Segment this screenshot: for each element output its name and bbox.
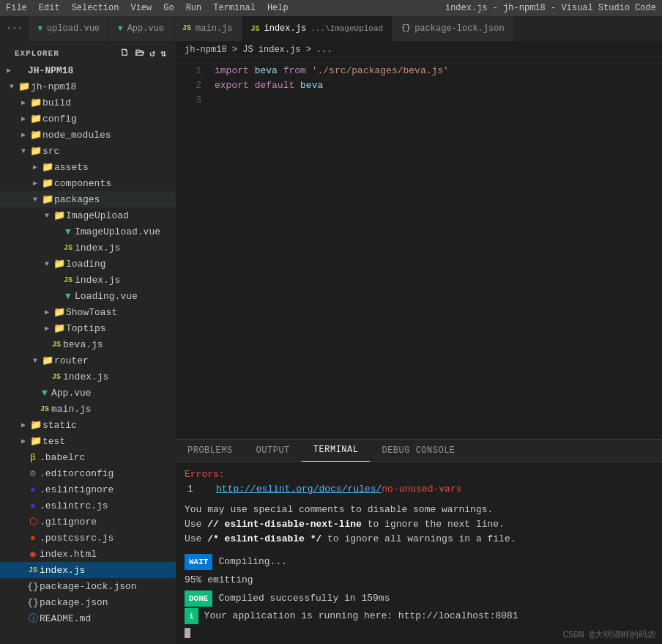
done-badge: DONE: [185, 591, 212, 607]
panel-tab-problems[interactable]: PROBLEMS: [176, 440, 245, 462]
menu-view[interactable]: View: [130, 3, 152, 13]
folder-icon: 📁: [29, 419, 42, 431]
sidebar-item-eslintignore[interactable]: ● .eslintignore: [0, 481, 176, 497]
menu-go[interactable]: Go: [163, 3, 174, 13]
folder-icon: 📁: [53, 322, 66, 334]
js-icon: JS: [38, 405, 51, 413]
item-label: index.js: [40, 565, 176, 576]
sidebar-tree: ▶ JH-NPM18 ▼ 📁 jh-npm18 ▶ 📁 build ▶ 📁 co…: [0, 62, 176, 644]
sidebar-item-beva-js[interactable]: JS beva.js: [0, 336, 176, 352]
sidebar-item-loading-vue[interactable]: ▼ Loading.vue: [0, 288, 176, 304]
menu-help[interactable]: Help: [267, 3, 289, 13]
sidebar-item-postcss[interactable]: ● .postcssrc.js: [0, 530, 176, 546]
sidebar-item-editorconfig[interactable]: ⚙ .editorconfig: [0, 465, 176, 481]
sidebar-item-main-js[interactable]: JS main.js: [0, 401, 176, 417]
item-label: components: [54, 178, 176, 189]
sidebar-item-app-vue[interactable]: ▼ App.vue: [0, 385, 176, 401]
line-num: 2: [176, 78, 201, 93]
folder-icon: 📁: [29, 113, 42, 125]
sidebar-item-package-lock[interactable]: {} package-lock.json: [0, 578, 176, 594]
tab-main-js[interactable]: JS main.js: [174, 16, 242, 41]
menu-run[interactable]: Run: [186, 3, 202, 13]
item-label: loading: [66, 259, 176, 270]
sidebar-item-loading-index[interactable]: JS index.js: [0, 272, 176, 288]
panel-tab-debug[interactable]: DEBUG CONSOLE: [370, 440, 466, 462]
new-folder-icon[interactable]: 🗁: [135, 48, 145, 59]
tab-extra: ...\ImageUpload: [310, 24, 383, 33]
collapse-icon[interactable]: ⇅: [160, 48, 167, 59]
sidebar-item-babelrc[interactable]: β .babelrc: [0, 449, 176, 465]
terminal-done-line: DONE Compiled successfully in 159ms: [185, 591, 653, 607]
item-label: build: [42, 97, 176, 108]
terminal-percent-line: 95% emitting: [185, 573, 653, 588]
tab-package-lock[interactable]: {} package-lock.json: [393, 16, 513, 41]
msg-text: You may use special comments to disable …: [185, 504, 493, 515]
sidebar-item-jh-npm18[interactable]: ▼ 📁 jh-npm18: [0, 78, 176, 95]
sidebar-item-imageupload[interactable]: ▼ 📁 ImageUpload: [0, 207, 176, 223]
breadcrumb-text: jh-npm18 > JS index.js > ...: [185, 45, 332, 55]
sidebar-item-imageupload-index[interactable]: JS index.js: [0, 240, 176, 256]
editor-content[interactable]: 1 2 3 import beva from './src/packages/b…: [176, 58, 662, 439]
sidebar-item-gitignore[interactable]: ⬡ .gitignore: [0, 514, 176, 530]
sidebar-item-node-modules[interactable]: ▶ 📁 node_modules: [0, 127, 176, 143]
sidebar-item-showtoast[interactable]: ▶ 📁 ShowToast: [0, 304, 176, 320]
sidebar-item-router[interactable]: ▼ 📁 router: [0, 352, 176, 369]
line-numbers: 1 2 3: [176, 58, 209, 439]
main-layout: EXPLORER 🗋 🗁 ↺ ⇅ ▶ JH-NPM18 ▼ 📁 jh-npm18: [0, 42, 662, 644]
arrow-icon: ▶: [41, 308, 53, 317]
new-file-icon[interactable]: 🗋: [120, 48, 130, 59]
vue-icon: ▼: [38, 388, 51, 399]
tab-label: main.js: [196, 23, 232, 34]
menu-bar[interactable]: File Edit Selection View Go Run Terminal…: [6, 3, 289, 13]
terminal-content[interactable]: Errors: 1 http://eslint.org/docs/rules/n…: [176, 462, 662, 644]
folder-icon: 📁: [29, 435, 42, 447]
menu-selection[interactable]: Selection: [72, 3, 119, 13]
sidebar-item-assets[interactable]: ▶ 📁 assets: [0, 159, 176, 175]
code-editor[interactable]: import beva from './src/packages/beva.js…: [209, 58, 662, 439]
sidebar-item-router-index[interactable]: JS index.js: [0, 369, 176, 385]
folder-icon: 📁: [41, 177, 54, 189]
tab-app-vue[interactable]: ▼ App.vue: [109, 16, 174, 41]
sidebar-item-loading[interactable]: ▼ 📁 loading: [0, 256, 176, 272]
item-label: .postcssrc.js: [40, 533, 176, 544]
tabs-overflow[interactable]: ···: [0, 16, 29, 41]
terminal-msg1: You may use special comments to disable …: [185, 503, 653, 517]
folder-icon: 📁: [18, 81, 31, 92]
sidebar-item-root[interactable]: ▶ JH-NPM18: [0, 62, 176, 78]
menu-terminal[interactable]: Terminal: [213, 3, 256, 13]
panel-tab-terminal[interactable]: TERMINAL: [302, 440, 371, 462]
line-num: 3: [176, 93, 201, 108]
sidebar-item-test[interactable]: ▶ 📁 test: [0, 433, 176, 449]
panel-tab-output[interactable]: OUTPUT: [245, 440, 302, 462]
sidebar-item-index-js-active[interactable]: JS index.js: [0, 562, 176, 578]
sidebar-item-toptips[interactable]: ▶ 📁 Toptips: [0, 320, 176, 336]
menu-edit[interactable]: Edit: [39, 3, 60, 13]
msg-text: to ignore the next line.: [368, 519, 505, 530]
sidebar-item-packages[interactable]: ▼ 📁 packages: [0, 191, 176, 207]
window-title: index.js - jh-npm18 - Visual Studio Code: [445, 3, 656, 13]
sidebar-item-static[interactable]: ▶ 📁 static: [0, 417, 176, 433]
vue-icon: ▼: [62, 291, 75, 302]
js-icon: JS: [62, 244, 75, 252]
tab-upload-vue[interactable]: ▼ upload.vue: [29, 16, 109, 41]
eslint-link[interactable]: http://eslint.org/docs/rules/: [216, 484, 382, 495]
sidebar-item-config[interactable]: ▶ 📁 config: [0, 111, 176, 127]
tab-index-js[interactable]: JS index.js ...\ImageUpload: [242, 16, 393, 41]
sidebar-item-index-html[interactable]: ◉ index.html: [0, 546, 176, 562]
sidebar-item-build[interactable]: ▶ 📁 build: [0, 95, 176, 111]
arrow-icon: ▶: [18, 130, 29, 139]
sidebar-item-src[interactable]: ▼ 📁 src: [0, 143, 176, 159]
terminal-panel: PROBLEMS OUTPUT TERMINAL DEBUG CONSOLE E…: [176, 439, 662, 644]
sidebar-item-readme[interactable]: ⓘ README.md: [0, 610, 176, 626]
sidebar-item-components[interactable]: ▶ 📁 components: [0, 175, 176, 191]
sidebar-item-package-json[interactable]: {} package.json: [0, 594, 176, 610]
item-label: ImageUpload: [66, 210, 176, 221]
keyword: export: [215, 78, 249, 93]
arrow-icon: ▼: [41, 212, 53, 220]
menu-file[interactable]: File: [6, 3, 27, 13]
refresh-icon[interactable]: ↺: [149, 48, 156, 59]
sidebar-item-eslintrc[interactable]: ● .eslintrc.js: [0, 497, 176, 514]
js-icon: JS: [50, 341, 63, 349]
json-icon: {}: [401, 24, 410, 32]
sidebar-item-imageupload-vue[interactable]: ▼ ImageUpload.vue: [0, 223, 176, 240]
